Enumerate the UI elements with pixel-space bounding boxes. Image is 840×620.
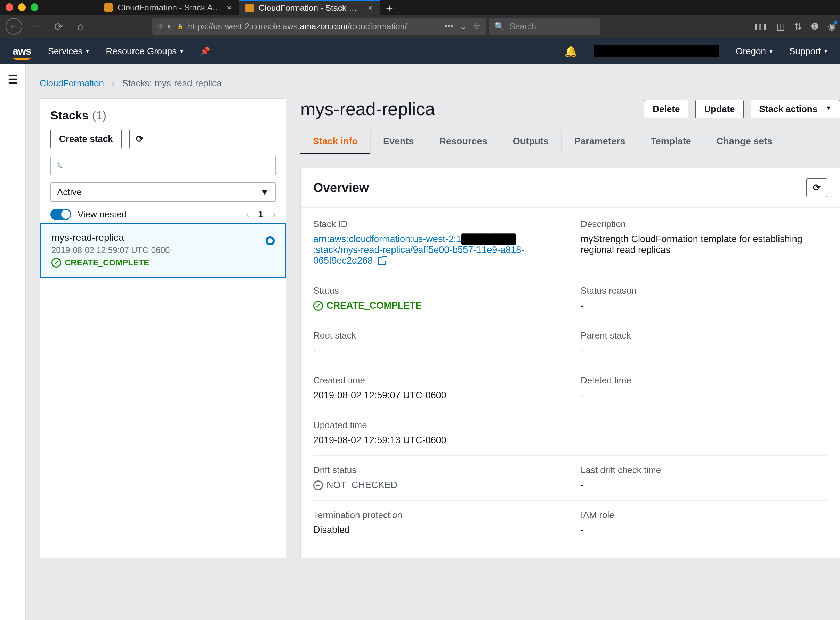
value-created-time: 2019-08-02 12:59:07 UTC-0600 <box>313 390 560 401</box>
stacks-heading: Stacks (1) <box>50 108 276 122</box>
alert-icon[interactable]: ❶ <box>811 21 819 32</box>
label-drift-status: Drift status <box>313 465 560 476</box>
aws-logo[interactable]: aws <box>12 45 31 57</box>
back-button[interactable]: ← <box>4 17 24 36</box>
region-selector[interactable]: Oregon ▾ <box>736 46 772 57</box>
label-created-time: Created time <box>313 375 560 386</box>
window-close-icon[interactable] <box>6 3 13 11</box>
tab-outputs[interactable]: Outputs <box>500 130 561 154</box>
check-icon: ✓ <box>313 301 323 311</box>
value-deleted-time: - <box>580 390 827 401</box>
label-status: Status <box>313 285 560 296</box>
bell-icon[interactable]: 🔔 <box>564 45 577 57</box>
home-button[interactable]: ⌂ <box>71 17 90 36</box>
label-termination: Termination protection <box>313 510 560 521</box>
hamburger-icon[interactable]: ☰ <box>8 72 18 620</box>
label-description: Description <box>580 219 827 230</box>
redacted-account-id: ████████ <box>461 234 516 245</box>
reload-button[interactable]: ⟳ <box>49 17 68 36</box>
prev-page-button[interactable]: ‹ <box>246 209 249 220</box>
browser-tab-inactive[interactable]: CloudFormation - Stack AWSC × <box>98 0 238 15</box>
account-redacted[interactable] <box>594 45 719 57</box>
more-icon[interactable]: ••• <box>445 21 453 31</box>
stack-filter-select[interactable]: Active ▼ <box>50 182 276 202</box>
tab-template[interactable]: Template <box>638 130 704 154</box>
stack-item-status-label: CREATE_COMPLETE <box>64 258 150 268</box>
window-minimize-icon[interactable] <box>18 3 26 11</box>
support-menu[interactable]: Support ▾ <box>789 46 828 57</box>
stack-list-item[interactable]: mys-read-replica 2019-08-02 12:59:07 UTC… <box>40 223 286 278</box>
next-page-button[interactable]: › <box>273 209 276 220</box>
label-updated-time: Updated time <box>313 420 560 431</box>
stack-item-status: ✓ CREATE_COMPLETE <box>51 258 274 268</box>
info-icon[interactable]: ⓘ <box>158 23 163 30</box>
radio-selected-icon[interactable] <box>266 236 274 245</box>
close-icon[interactable]: × <box>227 3 231 12</box>
delete-button[interactable]: Delete <box>644 100 688 118</box>
app-shell: ☰ CloudFormation › Stacks: mys-read-repl… <box>0 64 840 620</box>
tab-events[interactable]: Events <box>370 130 427 154</box>
tab-parameters[interactable]: Parameters <box>561 130 638 154</box>
new-tab-button[interactable]: + <box>380 0 399 15</box>
sync-icon[interactable]: ⇅ <box>794 21 802 32</box>
external-link-icon[interactable] <box>378 257 386 265</box>
tab-change-sets[interactable]: Change sets <box>704 130 785 154</box>
label-deleted-time: Deleted time <box>580 375 827 386</box>
overview-title: Overview <box>313 181 369 195</box>
pin-icon[interactable]: 📌 <box>200 46 210 56</box>
value-drift-time: - <box>580 480 827 491</box>
overview-refresh-button[interactable]: ⟳ <box>806 179 827 197</box>
browser-tab-active[interactable]: CloudFormation - Stack mys-re × <box>238 0 380 15</box>
search-icon: 🔍 <box>494 21 505 31</box>
browser-toolbar: ← → ⟳ ⌂ ⓘ ⛨ 🔒 https://us-west-2.console.… <box>0 15 840 38</box>
tab-stack-info[interactable]: Stack info <box>300 130 370 155</box>
value-stack-id[interactable]: arn:aws:cloudformation:us-west-2:1██████… <box>313 234 560 266</box>
window-zoom-icon[interactable] <box>31 3 38 11</box>
update-button[interactable]: Update <box>695 100 743 118</box>
shield-icon[interactable]: ⛨ <box>168 24 172 29</box>
support-label: Support <box>789 46 821 57</box>
library-icon[interactable]: ⫿⫿⫿ <box>754 21 767 32</box>
forward-button[interactable]: → <box>26 17 46 36</box>
lock-icon: 🔒 <box>177 24 183 29</box>
value-status-reason: - <box>580 300 827 311</box>
filter-value: Active <box>57 187 82 198</box>
tab-title: CloudFormation - Stack mys-re <box>259 3 363 13</box>
breadcrumb-current: Stacks: mys-read-replica <box>122 78 222 89</box>
address-bar[interactable]: ⓘ ⛨ 🔒 https://us-west-2.console.aws.amaz… <box>152 18 486 35</box>
breadcrumb-root[interactable]: CloudFormation <box>40 78 104 89</box>
stack-item-time: 2019-08-02 12:59:07 UTC-0600 <box>51 245 274 255</box>
value-termination: Disabled <box>313 525 560 536</box>
favicon-icon <box>104 3 112 12</box>
value-iam-role: - <box>580 525 827 536</box>
browser-search[interactable]: 🔍 Search <box>489 18 600 35</box>
value-status: ✓ CREATE_COMPLETE <box>313 300 560 311</box>
nav-resource-groups[interactable]: Resource Groups ▾ <box>106 46 183 57</box>
check-icon: ✓ <box>51 258 61 268</box>
favicon-icon <box>246 4 254 12</box>
side-rail: ☰ <box>0 64 26 620</box>
sidebar-icon[interactable]: ◫ <box>776 21 785 32</box>
view-nested-toggle[interactable] <box>50 209 71 220</box>
value-drift-status: – NOT_CHECKED <box>313 480 560 491</box>
nav-services[interactable]: Services ▾ <box>48 46 89 57</box>
refresh-button[interactable]: ⟳ <box>129 130 150 148</box>
create-stack-button[interactable]: Create stack <box>50 130 122 148</box>
stacks-count: (1) <box>92 108 107 122</box>
chevron-down-icon: ▾ <box>86 47 89 55</box>
window-controls <box>6 3 38 11</box>
stack-actions-button[interactable]: Stack actions <box>751 100 840 118</box>
bookmark-icon[interactable]: ☆ <box>473 21 480 31</box>
stack-header: mys-read-replica Delete Update Stack act… <box>300 98 840 119</box>
tab-title: CloudFormation - Stack AWSC <box>117 3 222 12</box>
label-drift-time: Last drift check time <box>580 465 827 476</box>
pocket-icon[interactable]: ⌄ <box>460 21 466 31</box>
value-parent-stack: - <box>580 345 827 356</box>
close-icon[interactable]: × <box>368 3 373 13</box>
chevron-down-icon: ▾ <box>824 47 828 55</box>
stack-search-input[interactable]: 🔍 <box>50 156 276 175</box>
profile-icon[interactable]: ◉ <box>828 21 836 32</box>
browser-titlebar: CloudFormation - Stack AWSC × CloudForma… <box>0 0 840 15</box>
tab-resources[interactable]: Resources <box>427 130 500 154</box>
chevron-down-icon: ▼ <box>260 187 269 198</box>
